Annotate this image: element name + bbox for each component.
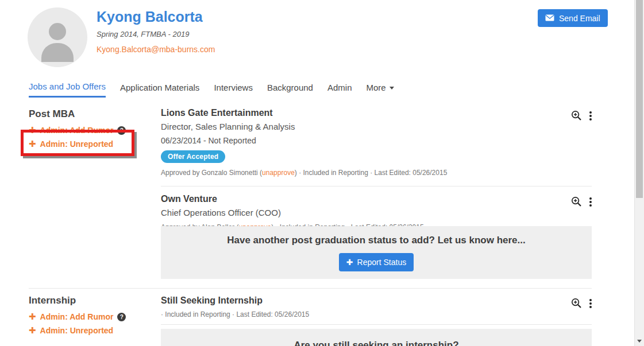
job-entry-details: Lions Gate Entertainment Director, Sales… bbox=[161, 108, 447, 177]
header-info: Kyong Balcorta Spring 2014, FTMBA - 2019… bbox=[97, 8, 215, 54]
question-mark-icon[interactable]: ? bbox=[117, 126, 126, 135]
entry-title: Still Seeking Internship bbox=[161, 296, 309, 306]
internship-entries: Still Seeking Internship · Included in R… bbox=[161, 296, 592, 318]
post-mba-entries: Lions Gate Entertainment Director, Sales… bbox=[161, 108, 592, 231]
plus-icon: ✚ bbox=[29, 326, 36, 335]
zoom-in-icon[interactable] bbox=[571, 196, 582, 209]
scrollbar[interactable] bbox=[634, 0, 644, 346]
tab-label: More bbox=[367, 83, 386, 92]
approval-meta: · Included in Reporting · Last Edited: 0… bbox=[161, 310, 309, 318]
section-title-post-mba: Post MBA bbox=[29, 108, 154, 120]
avatar bbox=[28, 7, 87, 67]
prompt-message: Are you still seeking an internship? bbox=[161, 329, 592, 346]
tab-application-materials[interactable]: Application Materials bbox=[120, 81, 199, 98]
admin-add-rumor-label: Admin: Add Rumor bbox=[40, 312, 114, 321]
job-date-status: 06/23/2014 - Not Reported bbox=[161, 136, 447, 145]
company-name: Lions Gate Entertainment bbox=[161, 108, 447, 118]
tab-label: Interviews bbox=[214, 83, 253, 92]
approval-meta-prefix: Approved by Gonzalo Simonetti ( bbox=[161, 169, 262, 177]
report-status-prompt: Have another post graduation status to a… bbox=[161, 226, 592, 279]
job-title: Director, Sales Planning & Analysis bbox=[161, 122, 447, 131]
prompt-message: Have another post graduation status to a… bbox=[161, 226, 592, 246]
plus-icon: ✚ bbox=[346, 258, 353, 267]
job-entry-still-seeking: Still Seeking Internship · Included in R… bbox=[161, 296, 592, 318]
tab-label: Admin bbox=[327, 83, 352, 92]
report-status-button[interactable]: ✚ Report Status bbox=[339, 253, 414, 271]
job-entry-lions-gate: Lions Gate Entertainment Director, Sales… bbox=[161, 108, 592, 177]
status-badge: Offer Accepted bbox=[161, 150, 225, 163]
tab-label: Jobs and Job Offers bbox=[29, 81, 106, 91]
scrollbar-down-arrow-icon[interactable] bbox=[637, 340, 642, 343]
zoom-in-icon[interactable] bbox=[571, 298, 582, 310]
admin-unreported-label: Admin: Unreported bbox=[40, 139, 114, 149]
admin-unreported-link[interactable]: ✚ Admin: Unreported bbox=[29, 139, 154, 149]
send-email-label: Send Email bbox=[559, 14, 600, 23]
plus-icon: ✚ bbox=[29, 140, 36, 148]
avatar-person-icon-body bbox=[41, 43, 74, 62]
caret-down-icon bbox=[390, 87, 394, 90]
tab-label: Application Materials bbox=[120, 83, 199, 92]
scrollbar-thumb[interactable] bbox=[636, 0, 643, 198]
internship-sidebar: Internship ✚ Admin: Add Rumor ? ✚ Admin:… bbox=[29, 295, 154, 335]
entry-divider bbox=[161, 324, 592, 325]
admin-unreported-label: Admin: Unreported bbox=[40, 326, 114, 335]
post-mba-sidebar: Post MBA ✚ Admin: Add Rumor ? ✚ Admin: U… bbox=[29, 108, 154, 149]
internship-prompt: Are you still seeking an internship? bbox=[161, 329, 592, 346]
report-status-label: Report Status bbox=[357, 258, 407, 267]
tab-bar: Jobs and Job Offers Application Material… bbox=[29, 81, 394, 98]
approval-meta: Approved by Gonzalo Simonetti (unapprove… bbox=[161, 169, 447, 177]
job-entry-details: Still Seeking Internship · Included in R… bbox=[161, 296, 309, 318]
entry-actions bbox=[571, 296, 592, 310]
zoom-in-icon[interactable] bbox=[571, 110, 582, 123]
admin-add-rumor-label: Admin: Add Rumor bbox=[40, 126, 114, 135]
tab-background[interactable]: Background bbox=[267, 81, 313, 98]
plus-icon: ✚ bbox=[29, 126, 36, 134]
profile-email-link[interactable]: Kyong.Balcorta@mba-burns.com bbox=[97, 45, 215, 54]
admin-unreported-link[interactable]: ✚ Admin: Unreported bbox=[29, 326, 154, 335]
job-title: Chief Operations Officer (COO) bbox=[161, 208, 424, 217]
send-email-button[interactable]: Send Email bbox=[538, 9, 608, 27]
kebab-menu-icon[interactable] bbox=[589, 196, 592, 207]
tab-label: Background bbox=[267, 83, 313, 92]
question-mark-icon[interactable]: ? bbox=[117, 313, 126, 321]
kebab-menu-icon[interactable] bbox=[589, 110, 592, 120]
envelope-icon bbox=[545, 14, 554, 23]
plus-icon: ✚ bbox=[29, 313, 36, 321]
entry-divider bbox=[161, 186, 592, 186]
kebab-menu-icon[interactable] bbox=[589, 298, 592, 308]
tab-admin[interactable]: Admin bbox=[327, 81, 352, 98]
avatar-person-icon bbox=[49, 23, 66, 40]
student-profile-page: Kyong Balcorta Spring 2014, FTMBA - 2019… bbox=[0, 0, 644, 346]
section-title-internship: Internship bbox=[29, 295, 154, 306]
entry-actions bbox=[571, 108, 592, 123]
approval-meta-suffix: ) · Included in Reporting · Last Edited:… bbox=[295, 169, 448, 177]
tab-interviews[interactable]: Interviews bbox=[214, 81, 253, 98]
admin-add-rumor-link[interactable]: ✚ Admin: Add Rumor ? bbox=[29, 312, 154, 321]
tab-jobs-and-job-offers[interactable]: Jobs and Job Offers bbox=[29, 81, 106, 98]
page-title: Kyong Balcorta bbox=[97, 8, 215, 25]
company-name: Own Venture bbox=[161, 194, 424, 204]
entry-actions bbox=[571, 194, 592, 209]
section-divider bbox=[29, 288, 592, 289]
tab-more[interactable]: More bbox=[367, 81, 394, 98]
profile-subtitle: Spring 2014, FTMBA - 2019 bbox=[97, 30, 215, 38]
unapprove-link[interactable]: unapprove bbox=[262, 169, 295, 177]
admin-add-rumor-link[interactable]: ✚ Admin: Add Rumor ? bbox=[29, 126, 154, 135]
